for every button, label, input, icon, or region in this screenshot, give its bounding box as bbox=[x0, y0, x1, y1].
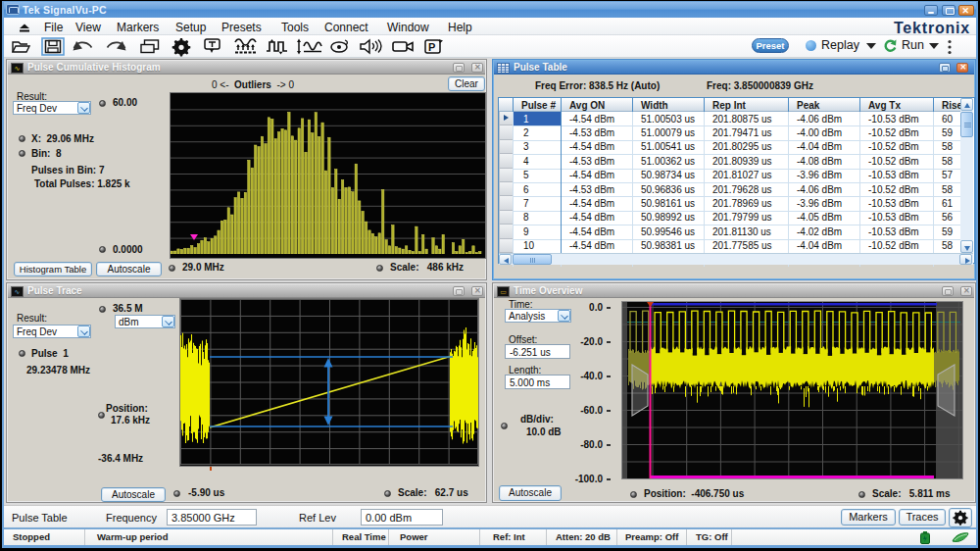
svg-text:P: P bbox=[428, 41, 435, 53]
